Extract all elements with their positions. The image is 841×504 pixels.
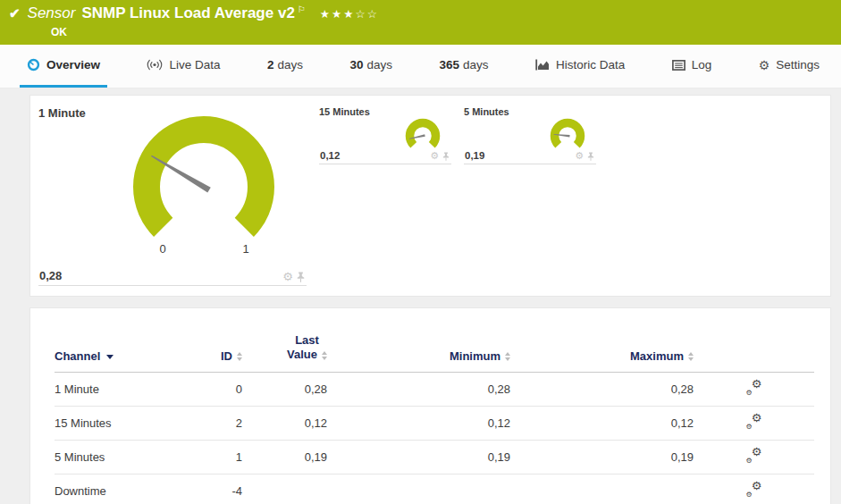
channel-last-value: 0,19 [242,440,327,474]
channel-last-value [242,474,327,504]
column-label: Value [287,348,317,361]
channel-name[interactable]: Downtime [55,474,202,504]
gauge-dial: 0 1 [123,110,284,264]
sensor-status-badge: OK [51,26,67,38]
column-label: Last [295,333,319,347]
column-label: Maximum [630,349,684,363]
gauge-scale-min: 0 [159,242,165,256]
tab-historic-data[interactable]: Historic Data [528,45,632,88]
column-label: Channel [55,349,100,363]
tab-live-data[interactable]: Live Data [139,45,227,88]
gauge-panel-1-minute: 1 Minute 0 1 0,28 ⚙ [38,106,307,286]
tab-label: Log [692,58,712,71]
channel-id: -4 [202,474,242,504]
flag-icon[interactable]: ⚐ [298,4,306,14]
channel-name[interactable]: 1 Minute [55,372,202,406]
log-icon [672,60,685,71]
channel-minimum [327,474,510,504]
table-row-downtime: Downtime -4 ⚙⚙ [55,474,814,504]
priority-stars[interactable]: ★★★☆☆ [320,7,379,21]
tab-365-days[interactable]: 365days [432,45,495,88]
settings-gear-icon: ⚙ [759,58,770,72]
channel-maximum [510,474,694,504]
gauge-icon [27,58,40,71]
gauge-pin-icon[interactable] [442,152,450,161]
channel-id: 0 [202,372,242,406]
sort-icon [505,352,510,361]
channel-minimum: 0,12 [327,406,510,440]
tab-log[interactable]: Log [665,45,719,88]
gauge-scale-max: 1 [242,242,248,256]
column-label: Minimum [450,349,500,363]
channel-settings-icon[interactable]: ⚙⚙ [746,381,762,395]
gauge-settings-gear-icon[interactable]: ⚙ [430,151,439,161]
channel-maximum: 0,28 [510,372,694,406]
channel-name[interactable]: 15 Minutes [55,406,202,440]
gauge-value: 0,19 [465,150,484,161]
gauge-pin-icon[interactable] [587,152,594,161]
column-header-id[interactable]: ID [202,319,242,372]
channel-last-value: 0,28 [242,372,327,406]
channel-id: 2 [202,406,242,440]
stars-filled-icon: ★★★ [320,8,356,21]
tab-settings[interactable]: ⚙ Settings [752,45,827,88]
tab-2-days[interactable]: 2days [260,45,310,88]
table-row-15-minutes: 15 Minutes 2 0,12 0,12 0,12 ⚙⚙ [55,406,814,440]
channel-last-value: 0,12 [242,406,327,440]
gauge-panel-5-minutes: 5 Minutes 0,19 ⚙ [464,106,596,164]
tab-label: Historic Data [556,58,625,71]
sort-icon [688,352,694,361]
gauge-value: 0,28 [39,269,62,282]
gauge-settings-gear-icon[interactable]: ⚙ [575,151,584,161]
tab-label: days [277,58,303,71]
channel-settings-icon[interactable]: ⚙⚙ [746,415,762,429]
column-header-channel[interactable]: Channel [55,319,202,372]
sort-icon [322,351,327,360]
sensor-title: SNMP Linux Load Average v2 [81,4,294,22]
channel-maximum: 0,12 [510,406,694,440]
channels-table: Channel ID Last Value Minimum Maximum [55,319,814,504]
gauges-panel: 1 Minute 0 1 0,28 ⚙ 15 Minutes [29,95,831,297]
channel-maximum: 0,19 [510,440,694,474]
tab-label: Settings [776,58,820,71]
tab-label: days [463,58,489,71]
table-row-5-minutes: 5 Minutes 1 0,19 0,19 0,19 ⚙⚙ [55,440,814,474]
sensor-status-header: ✔ Sensor SNMP Linux Load Average v2 ⚐ ★★… [0,0,841,45]
status-ok-check-icon: ✔ [9,5,21,21]
tab-label: Overview [46,58,100,71]
channel-id: 1 [202,440,242,474]
historic-chart-icon [535,59,550,71]
column-label: ID [221,349,232,363]
column-header-settings [694,319,814,372]
object-kind-label: Sensor [28,4,76,22]
sort-icon [237,352,242,361]
channel-name[interactable]: 5 Minutes [55,440,202,474]
gauge-pin-icon[interactable] [297,272,305,282]
channel-minimum: 0,19 [327,440,510,474]
gauge-panel-15-minutes: 15 Minutes 0,12 ⚙ [319,106,451,164]
channel-settings-icon[interactable]: ⚙⚙ [746,449,762,463]
stars-empty-icon: ☆☆ [355,8,378,21]
channel-settings-icon[interactable]: ⚙⚙ [746,483,762,497]
column-header-last-value[interactable]: Last Value [242,319,327,372]
channel-minimum: 0,28 [327,372,510,406]
table-row-1-minute: 1 Minute 0 0,28 0,28 0,28 ⚙⚙ [55,372,814,406]
tab-30-days[interactable]: 30days [342,45,399,88]
tab-number: 365 [439,58,459,71]
sensor-title-row: ✔ Sensor SNMP Linux Load Average v2 ⚐ ★★… [0,4,841,22]
tab-number: 30 [349,58,363,71]
column-header-minimum[interactable]: Minimum [327,319,510,372]
live-data-icon [147,59,163,71]
channels-panel: Channel ID Last Value Minimum Maximum [29,307,831,504]
tab-bar: Overview Live Data 2days 30days 365days … [0,45,841,88]
column-header-maximum[interactable]: Maximum [510,319,694,372]
gauge-settings-gear-icon[interactable]: ⚙ [282,271,293,282]
tab-overview[interactable]: Overview [20,45,107,88]
gauge-value: 0,12 [320,150,340,161]
sort-desc-caret-icon [106,355,114,359]
tab-label: days [366,58,392,71]
tab-label: Live Data [169,58,220,71]
overview-content: 1 Minute 0 1 0,28 ⚙ 15 Minutes [0,88,841,504]
tab-number: 2 [267,58,274,71]
